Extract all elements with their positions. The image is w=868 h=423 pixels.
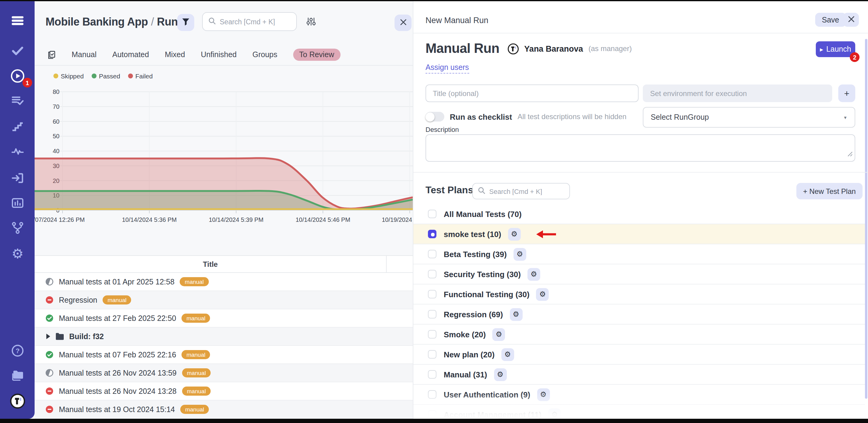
- test-plan-row[interactable]: New plan (20)⚙: [413, 345, 865, 365]
- tab-to-review[interactable]: To Review: [293, 49, 340, 61]
- description-label: Description: [426, 126, 459, 133]
- runs-search[interactable]: [202, 12, 297, 31]
- test-plan-settings-button[interactable]: ⚙: [493, 328, 505, 341]
- test-plan-row[interactable]: smoke test (10)⚙: [413, 224, 865, 244]
- run-row[interactable]: Manual tests at 01 Apr 2025 12:58manual: [35, 273, 413, 291]
- test-plan-checkbox[interactable]: [428, 270, 436, 278]
- launch-button[interactable]: ▶ Launch 2: [816, 41, 855, 57]
- test-plan-settings-button[interactable]: ⚙: [494, 368, 506, 381]
- test-plan-checkbox[interactable]: [428, 410, 436, 419]
- legend-item-passed[interactable]: Passed: [92, 72, 120, 80]
- legend-dot: [128, 74, 133, 78]
- test-plan-settings-button[interactable]: ⚙: [527, 268, 540, 280]
- close-runs-panel-button[interactable]: [395, 15, 411, 31]
- run-row[interactable]: Manual tests at 26 Nov 2024 13:28manual: [35, 382, 413, 400]
- test-plan-checkbox[interactable]: [428, 370, 436, 378]
- test-plan-checkbox[interactable]: [428, 310, 436, 318]
- test-plan-row[interactable]: Beta Testing (39)⚙: [413, 244, 865, 264]
- tab-automated[interactable]: Automated: [112, 51, 149, 59]
- top-edge: [0, 0, 868, 1]
- add-environment-button[interactable]: +: [838, 84, 855, 102]
- toggle-label: Run as checklist: [450, 112, 512, 121]
- run-row[interactable]: Manual tests at 27 Feb 2025 22:50manual: [35, 309, 413, 328]
- run-row[interactable]: Regressionmanual: [35, 291, 413, 309]
- test-plan-row[interactable]: Manual (31)⚙: [413, 365, 865, 385]
- test-plan-checkbox[interactable]: [428, 250, 436, 258]
- sidebar-bar-chart-icon[interactable]: [10, 195, 26, 211]
- sidebar-gear-icon[interactable]: ⚙: [10, 246, 26, 262]
- close-new-run-button[interactable]: [843, 13, 859, 27]
- assign-users-link[interactable]: Assign users: [426, 63, 469, 74]
- test-plan-row[interactable]: Functional Testing (30)⚙: [413, 284, 865, 305]
- test-plan-row[interactable]: All Manual Tests (70): [413, 204, 865, 224]
- run-row[interactable]: Manual tests at 19 Oct 2024 15:14manual: [35, 400, 413, 419]
- sidebar-steps-icon[interactable]: [10, 118, 26, 134]
- test-plan-row[interactable]: User Authentication (9)⚙: [413, 385, 865, 405]
- test-plan-row[interactable]: Security Testing (30)⚙: [413, 264, 865, 284]
- svg-text:10/14/2024 5:46 PM: 10/14/2024 5:46 PM: [296, 216, 350, 223]
- test-plan-checkbox[interactable]: [428, 210, 436, 218]
- test-plan-checkbox[interactable]: [428, 230, 436, 238]
- test-plan-settings-button[interactable]: ⚙: [537, 388, 550, 401]
- tab-groups[interactable]: Groups: [252, 51, 277, 59]
- run-as-checklist-toggle[interactable]: [426, 112, 444, 121]
- test-plans-search[interactable]: [472, 183, 570, 199]
- column-header-title[interactable]: Title: [35, 256, 386, 274]
- sidebar-folder-icon[interactable]: [10, 368, 26, 384]
- checklist-icon[interactable]: [47, 50, 56, 59]
- scrollbar[interactable]: [865, 39, 867, 399]
- sidebar-git-branch-icon[interactable]: [10, 220, 26, 236]
- play-icon: ▶: [820, 47, 824, 51]
- test-plan-checkbox[interactable]: [428, 350, 436, 359]
- sidebar-help-icon[interactable]: ?: [10, 343, 26, 359]
- description-textarea[interactable]: [426, 134, 855, 162]
- expand-arrow-icon[interactable]: [45, 333, 51, 340]
- sidebar-menu-icon[interactable]: [10, 13, 26, 29]
- test-plan-settings-button[interactable]: ⚙: [514, 248, 526, 260]
- sidebar-list-check-icon[interactable]: [10, 93, 26, 109]
- tab-unfinished[interactable]: Unfinished: [201, 51, 237, 59]
- test-plan-settings-button[interactable]: ⚙: [548, 408, 561, 419]
- test-plans-heading: Test Plans: [426, 185, 473, 196]
- breadcrumb-project[interactable]: Mobile Banking App: [45, 16, 148, 28]
- test-plan-row[interactable]: Smoke (20)⚙: [413, 325, 865, 345]
- run-title-input[interactable]: [426, 84, 639, 102]
- sidebar-logo-icon[interactable]: [10, 393, 26, 409]
- test-plan-label: User Authentication (9): [444, 390, 530, 399]
- test-plan-row[interactable]: Account Management (11)⚙: [413, 405, 865, 419]
- sidebar-pulse-icon[interactable]: [10, 143, 26, 159]
- bottom-edge: [0, 419, 868, 423]
- run-row[interactable]: Manual tests at 07 Feb 2025 22:16manual: [35, 346, 413, 364]
- close-icon: [400, 18, 406, 27]
- legend-item-failed[interactable]: Failed: [128, 72, 153, 80]
- close-icon: [848, 16, 854, 24]
- test-plan-row[interactable]: Regression (69)⚙: [413, 305, 865, 325]
- divider: [413, 172, 868, 173]
- run-group-row[interactable]: Build: f32: [35, 328, 413, 346]
- resize-handle-icon[interactable]: [847, 148, 853, 159]
- tab-manual[interactable]: Manual: [72, 51, 96, 59]
- run-row[interactable]: Manual tests at 26 Nov 2024 13:59manual: [35, 364, 413, 382]
- test-plans-search-input[interactable]: [489, 188, 564, 195]
- tab-mixed[interactable]: Mixed: [165, 51, 185, 59]
- legend-item-skipped[interactable]: Skipped: [54, 72, 84, 80]
- filter-settings-icon[interactable]: [306, 17, 317, 27]
- run-title: Manual tests at 26 Nov 2024 13:28: [59, 387, 177, 395]
- test-plan-settings-button[interactable]: ⚙: [508, 228, 521, 241]
- sidebar-check-icon[interactable]: [10, 43, 26, 58]
- filter-button[interactable]: [177, 14, 194, 31]
- runs-search-input[interactable]: [220, 18, 291, 25]
- test-plan-settings-button[interactable]: ⚙: [536, 288, 549, 301]
- test-plan-settings-button[interactable]: ⚙: [509, 308, 522, 320]
- test-plan-checkbox[interactable]: [428, 290, 436, 299]
- test-plan-settings-button[interactable]: ⚙: [501, 348, 514, 361]
- svg-text:10/14/2024 5:36 PM: 10/14/2024 5:36 PM: [122, 216, 177, 223]
- test-plan-checkbox[interactable]: [428, 390, 436, 399]
- rungroup-select[interactable]: Select RunGroup ▼: [643, 107, 855, 128]
- sidebar-sign-in-icon[interactable]: [10, 170, 26, 186]
- avatar[interactable]: [507, 43, 519, 54]
- save-button[interactable]: Save: [815, 13, 846, 27]
- new-test-plan-button[interactable]: + New Test Plan: [796, 183, 863, 199]
- test-plan-checkbox[interactable]: [428, 330, 436, 339]
- environment-input[interactable]: [643, 84, 832, 102]
